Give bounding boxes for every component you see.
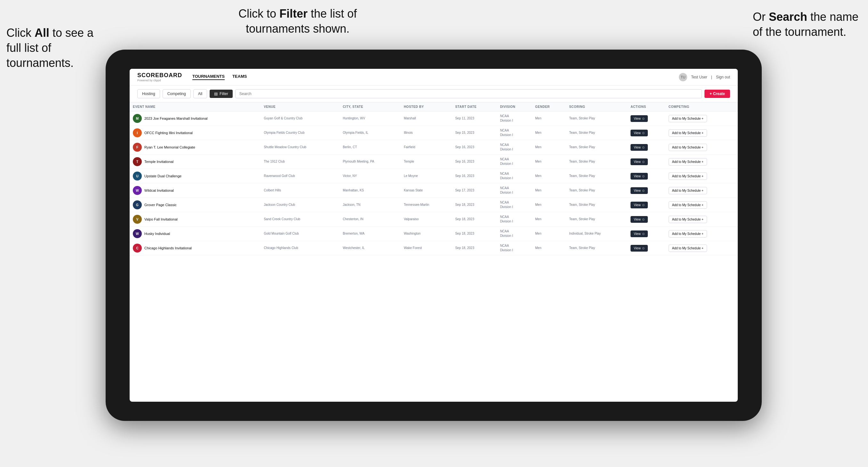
- view-button[interactable]: View ⊙: [630, 158, 648, 165]
- start-date-cell: Sep 11, 2023: [452, 112, 497, 126]
- filter-icon: ▤: [214, 92, 218, 96]
- event-name-cell: W Husky Individual: [130, 227, 260, 241]
- actions-cell: View ⊙: [627, 212, 665, 227]
- event-name: Temple Invitational: [144, 160, 174, 163]
- gender-cell: Men: [532, 198, 566, 212]
- nav-link-teams[interactable]: TEAMS: [232, 74, 247, 80]
- table-row: U Upstate Dual Challenge Ravenwood Golf …: [130, 169, 738, 183]
- col-hosted-by: HOSTED BY: [401, 102, 452, 112]
- start-date-cell: Sep 18, 2023: [452, 227, 497, 241]
- gender-cell: Men: [532, 126, 566, 140]
- view-button[interactable]: View ⊙: [630, 245, 648, 252]
- add-to-schedule-button[interactable]: Add to My Schedule +: [669, 158, 707, 165]
- logo-area: SCOREBOARD Powered by clippd: [137, 72, 182, 82]
- view-button[interactable]: View ⊙: [630, 201, 648, 208]
- annotation-top-left: Click All to see a full list of tourname…: [6, 26, 102, 70]
- team-logo: M: [133, 114, 142, 123]
- scoring-cell: Team, Stroke Play: [566, 212, 627, 227]
- add-to-schedule-button[interactable]: Add to My Schedule +: [669, 245, 707, 252]
- team-logo: F: [133, 143, 142, 152]
- competing-cell: Add to My Schedule +: [665, 241, 738, 255]
- scoring-cell: Individual, Stroke Play: [566, 227, 627, 241]
- add-to-schedule-button[interactable]: Add to My Schedule +: [669, 201, 707, 209]
- division-cell: NCAADivision I: [497, 241, 532, 255]
- table-row: W Wildcat Invitational Colbert Hills Man…: [130, 183, 738, 198]
- event-name-cell: V Valpo Fall Invitational: [130, 212, 260, 227]
- division-cell: NCAADivision I: [497, 227, 532, 241]
- separator: |: [711, 75, 712, 80]
- gender-cell: Men: [532, 140, 566, 155]
- city-state-cell: Jackson, TN: [340, 198, 401, 212]
- scoring-cell: Team, Stroke Play: [566, 169, 627, 183]
- division-cell: NCAADivision I: [497, 126, 532, 140]
- start-date-cell: Sep 18, 2023: [452, 212, 497, 227]
- gender-cell: Men: [532, 112, 566, 126]
- competing-cell: Add to My Schedule +: [665, 112, 738, 126]
- logo-text: SCOREBOARD: [137, 72, 182, 79]
- view-icon: ⊙: [642, 175, 645, 178]
- event-name: OFCC Fighting Illini Invitational: [144, 131, 193, 135]
- city-state-cell: Bremerton, WA: [340, 227, 401, 241]
- view-icon: ⊙: [642, 246, 645, 250]
- actions-cell: View ⊙: [627, 241, 665, 255]
- competing-cell: Add to My Schedule +: [665, 126, 738, 140]
- nav-left: SCOREBOARD Powered by clippd TOURNAMENTS…: [137, 72, 247, 82]
- competing-cell: Add to My Schedule +: [665, 212, 738, 227]
- view-button[interactable]: View ⊙: [630, 115, 648, 122]
- add-to-schedule-button[interactable]: Add to My Schedule +: [669, 129, 707, 137]
- hosted-by-cell: Washington: [401, 227, 452, 241]
- tab-all[interactable]: All: [193, 89, 207, 98]
- scoring-cell: Team, Stroke Play: [566, 126, 627, 140]
- add-to-schedule-button[interactable]: Add to My Schedule +: [669, 144, 707, 151]
- tab-hosting[interactable]: Hosting: [137, 89, 160, 98]
- city-state-cell: Victor, NY: [340, 169, 401, 183]
- view-button[interactable]: View ⊙: [630, 144, 648, 151]
- tab-competing[interactable]: Competing: [163, 89, 191, 98]
- team-logo: U: [133, 172, 142, 181]
- start-date-cell: Sep 18, 2023: [452, 241, 497, 255]
- search-input[interactable]: [235, 89, 702, 98]
- table-row: G Grover Page Classic Jackson Country Cl…: [130, 198, 738, 212]
- create-button[interactable]: + Create: [705, 90, 730, 98]
- filter-bar: Hosting Competing All ▤ Filter + Create: [130, 86, 738, 102]
- venue-cell: Shuttle Meadow Country Club: [260, 140, 340, 155]
- col-division: DIVISION: [497, 102, 532, 112]
- hosted-by-cell: Tennessee-Martin: [401, 198, 452, 212]
- gender-cell: Men: [532, 227, 566, 241]
- view-button[interactable]: View ⊙: [630, 230, 648, 237]
- event-name-cell: W Wildcat Invitational: [130, 183, 260, 198]
- actions-cell: View ⊙: [627, 140, 665, 155]
- col-actions: ACTIONS: [627, 102, 665, 112]
- add-to-schedule-button[interactable]: Add to My Schedule +: [669, 187, 707, 194]
- competing-cell: Add to My Schedule +: [665, 198, 738, 212]
- col-competing: COMPETING: [665, 102, 738, 112]
- view-button[interactable]: View ⊙: [630, 216, 648, 223]
- add-to-schedule-button[interactable]: Add to My Schedule +: [669, 230, 707, 238]
- nav-links: TOURNAMENTS TEAMS: [192, 74, 247, 80]
- sign-out-link[interactable]: Sign out: [716, 75, 730, 80]
- view-icon: ⊙: [642, 146, 645, 149]
- add-to-schedule-button[interactable]: Add to My Schedule +: [669, 115, 707, 122]
- nav-link-tournaments[interactable]: TOURNAMENTS: [192, 74, 225, 80]
- hosted-by-cell: Illinois: [401, 126, 452, 140]
- add-to-schedule-button[interactable]: Add to My Schedule +: [669, 173, 707, 180]
- gender-cell: Men: [532, 155, 566, 169]
- add-to-schedule-button[interactable]: Add to My Schedule +: [669, 216, 707, 223]
- venue-cell: Ravenwood Golf Club: [260, 169, 340, 183]
- venue-cell: Gold Mountain Golf Club: [260, 227, 340, 241]
- filter-button[interactable]: ▤ Filter: [210, 90, 233, 98]
- view-button[interactable]: View ⊙: [630, 173, 648, 180]
- view-button[interactable]: View ⊙: [630, 187, 648, 194]
- actions-cell: View ⊙: [627, 183, 665, 198]
- tablet-screen: SCOREBOARD Powered by clippd TOURNAMENTS…: [130, 69, 738, 402]
- event-name-cell: T Temple Invitational: [130, 155, 260, 169]
- annotation-top-center: Click to Filter the list of tournaments …: [218, 6, 378, 36]
- start-date-cell: Sep 16, 2023: [452, 155, 497, 169]
- division-cell: NCAADivision I: [497, 212, 532, 227]
- view-icon: ⊙: [642, 131, 645, 135]
- competing-cell: Add to My Schedule +: [665, 169, 738, 183]
- hosted-by-cell: Marshall: [401, 112, 452, 126]
- event-name-cell: G Grover Page Classic: [130, 198, 260, 212]
- team-logo: W: [133, 186, 142, 195]
- view-button[interactable]: View ⊙: [630, 130, 648, 136]
